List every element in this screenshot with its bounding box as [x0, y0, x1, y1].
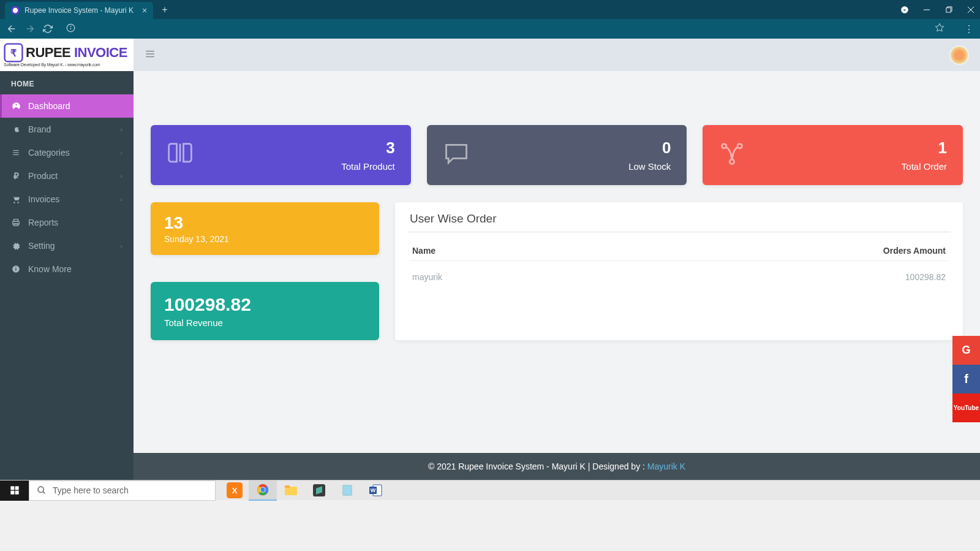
user-wise-order-panel: User Wise Order Name Orders Amount mayur… — [395, 202, 963, 340]
svg-point-30 — [38, 487, 43, 492]
window-controls — [900, 6, 975, 14]
svg-marker-9 — [935, 23, 943, 31]
maximize-icon[interactable] — [944, 6, 953, 14]
sidebar-label: Brand — [28, 124, 51, 134]
card-date: 13 Sunday 13, 2021 — [151, 202, 379, 255]
svg-point-0 — [13, 8, 18, 13]
card-total-order[interactable]: 1 Total Order — [703, 125, 963, 185]
book-icon — [167, 140, 194, 170]
taskbar-chrome-icon[interactable] — [249, 481, 277, 501]
stat-value: 1 — [902, 139, 947, 158]
site-info-icon[interactable] — [66, 23, 75, 35]
sidebar-item-setting[interactable]: Setting › — [0, 234, 134, 257]
revenue-value: 100298.82 — [164, 294, 366, 315]
chevron-right-icon: › — [120, 242, 123, 249]
main-content: 3 Total Product 0 Low Stock 1 Total Or — [134, 39, 980, 480]
table-header: Name Orders Amount — [410, 241, 948, 261]
taskbar-explorer-icon[interactable] — [277, 481, 305, 501]
header-name: Name — [412, 246, 883, 256]
print-icon — [11, 218, 21, 227]
hamburger-menu-icon[interactable] — [145, 48, 156, 62]
table-title: User Wise Order — [410, 212, 951, 226]
apple-icon — [11, 125, 21, 134]
social-buttons: G f YouTube — [952, 336, 980, 422]
sidebar-item-invoices[interactable]: Invoices › — [0, 188, 134, 211]
svg-rect-27 — [15, 486, 18, 490]
svg-rect-26 — [10, 486, 14, 490]
svg-rect-28 — [10, 491, 14, 495]
sidebar-item-brand[interactable]: Brand › — [0, 118, 134, 141]
date-full: Sunday 13, 2021 — [164, 234, 366, 244]
chevron-right-icon: › — [120, 172, 123, 180]
sidebar-item-knowmore[interactable]: i Know More — [0, 257, 134, 281]
address-bar[interactable] — [60, 21, 951, 36]
logo-text-2: INVOICE — [74, 45, 127, 60]
taskbar-notepad-icon[interactable] — [333, 481, 361, 501]
logo[interactable]: ₹ RUPEE INVOICE Software Developed By Ma… — [0, 39, 134, 71]
forward-button[interactable] — [24, 23, 36, 34]
taskbar-word-icon[interactable]: W — [361, 481, 390, 501]
header-amount: Orders Amount — [883, 246, 946, 256]
browser-menu-icon[interactable]: ⋮ — [964, 23, 974, 35]
chat-icon — [443, 140, 470, 170]
rupee-icon: ₽ — [11, 171, 21, 181]
close-window-icon[interactable] — [967, 6, 975, 14]
facebook-button[interactable]: f — [952, 365, 980, 393]
sidebar-item-product[interactable]: ₽ Product › — [0, 164, 134, 188]
sidebar-label: Reports — [28, 218, 58, 227]
topbar — [134, 39, 980, 71]
card-low-stock[interactable]: 0 Low Stock — [427, 125, 687, 185]
branch-icon — [718, 140, 745, 170]
svg-rect-29 — [15, 491, 18, 495]
logo-text-1: RUPEE — [26, 45, 74, 60]
svg-text:₹: ₹ — [10, 48, 17, 58]
chevron-right-icon: › — [120, 149, 123, 156]
new-tab-button[interactable]: + — [162, 4, 167, 15]
svg-point-25 — [730, 159, 734, 164]
stat-label: Total Product — [341, 161, 395, 172]
sidebar-item-dashboard[interactable]: Dashboard — [0, 94, 134, 118]
svg-text:i: i — [15, 267, 17, 272]
footer: © 2021 Rupee Invoice System - Mayuri K |… — [134, 453, 980, 480]
google-button[interactable]: G — [952, 336, 980, 365]
tab-title: Rupee Invoice System - Mayuri K — [24, 6, 134, 15]
taskbar-sublime-icon[interactable] — [305, 481, 333, 501]
back-button[interactable] — [6, 23, 17, 34]
card-total-product[interactable]: 3 Total Product — [151, 125, 411, 185]
taskbar-search[interactable]: Type here to search — [29, 481, 216, 501]
sidebar-item-reports[interactable]: Reports — [0, 211, 134, 234]
user-avatar[interactable] — [949, 45, 969, 65]
svg-line-31 — [43, 492, 45, 493]
revenue-label: Total Revenue — [164, 317, 366, 328]
logo-subtitle: Software Developed By Mayuri K. - www.ma… — [4, 63, 130, 67]
svg-rect-3 — [946, 8, 950, 12]
gear-icon — [11, 241, 21, 250]
browser-tab[interactable]: Rupee Invoice System - Mayuri K × — [5, 2, 153, 19]
youtube-button[interactable]: YouTube — [952, 393, 980, 422]
windows-taskbar: Type here to search X W — [0, 480, 980, 500]
start-button[interactable] — [0, 481, 29, 501]
svg-text:X: X — [232, 486, 238, 495]
browser-toolbar: ⋮ — [0, 19, 980, 39]
chevron-right-icon: › — [120, 196, 123, 203]
info-icon: i — [11, 265, 21, 273]
sidebar-item-categories[interactable]: Categories › — [0, 141, 134, 164]
search-icon — [37, 485, 47, 495]
minimize-icon[interactable] — [922, 6, 931, 14]
bookmark-icon[interactable] — [935, 23, 944, 35]
footer-link[interactable]: Mayurik K — [647, 462, 685, 471]
sidebar-label: Product — [28, 171, 58, 181]
reload-button[interactable] — [43, 24, 53, 34]
date-day: 13 — [164, 213, 366, 233]
cell-name: mayurik — [412, 272, 905, 282]
sidebar-label: Categories — [28, 148, 70, 158]
svg-rect-40 — [285, 487, 297, 495]
svg-rect-43 — [343, 485, 352, 496]
browser-tab-strip: Rupee Invoice System - Mayuri K × + — [0, 0, 980, 19]
taskbar-xampp-icon[interactable]: X — [221, 481, 249, 501]
svg-rect-41 — [285, 485, 290, 488]
logo-icon: ₹ — [4, 43, 23, 63]
tab-close-icon[interactable]: × — [142, 6, 147, 15]
svg-text:W: W — [371, 487, 376, 493]
account-icon[interactable] — [900, 6, 909, 14]
